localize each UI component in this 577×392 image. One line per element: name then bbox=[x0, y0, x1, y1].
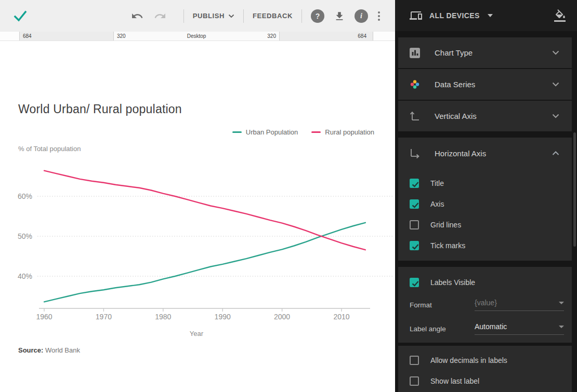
toolbar-divider bbox=[301, 9, 302, 23]
toolbar-divider bbox=[183, 9, 184, 23]
axis-checkbox[interactable] bbox=[410, 199, 419, 209]
checkbox-label: Allow decimals in labels bbox=[430, 356, 507, 364]
panel-scrollbar[interactable] bbox=[573, 132, 576, 247]
checkbox-label: Grid lines bbox=[430, 221, 461, 229]
section-data-series[interactable]: Data Series bbox=[398, 69, 572, 100]
legend-dash-urban bbox=[232, 131, 242, 133]
label-angle-value: Automatic bbox=[475, 322, 507, 331]
chart-legend: Urban Population Rural population bbox=[232, 128, 374, 136]
svg-text:1990: 1990 bbox=[215, 313, 231, 321]
label-angle-label: Label angle bbox=[410, 325, 446, 333]
device-selector-label: ALL DEVICES bbox=[429, 11, 480, 20]
section-label: Chart Type bbox=[435, 48, 473, 57]
section-label: Vertical Axis bbox=[435, 112, 477, 120]
chevron-down-icon bbox=[228, 14, 234, 18]
width-ruler: 684 320 Desktop 320 684 bbox=[0, 32, 395, 41]
checkbox-row-axis[interactable]: Axis bbox=[398, 194, 572, 214]
label-angle-field-row: Label angle Automatic bbox=[398, 317, 572, 341]
chevron-up-icon bbox=[552, 151, 559, 156]
labels-extra-card: Allow decimals in labels Show last label bbox=[398, 346, 572, 392]
checkbox-label: Title bbox=[430, 179, 444, 187]
svg-text:1980: 1980 bbox=[155, 313, 171, 321]
section-label: Data Series bbox=[435, 80, 475, 89]
fill-color-bar bbox=[554, 20, 566, 22]
checkbox-row-labels-visible[interactable]: Labels Visible bbox=[398, 272, 572, 293]
source-line[interactable]: Source: World Bank bbox=[18, 346, 80, 354]
caret-down-icon[interactable] bbox=[488, 14, 493, 17]
ruler-value: 320 bbox=[267, 33, 276, 39]
y-axis-title[interactable]: % of Total population bbox=[18, 145, 81, 153]
legend-dash-rural bbox=[311, 131, 321, 133]
checkbox-label: Show last label bbox=[430, 377, 479, 385]
chart-editor-app: PUBLISH FEEDBACK ? i 684 bbox=[0, 0, 577, 392]
caret-down-icon bbox=[559, 326, 564, 328]
section-vertical-axis[interactable]: Vertical Axis bbox=[398, 101, 572, 131]
toolbar-divider bbox=[243, 9, 244, 23]
download-icon[interactable] bbox=[334, 10, 345, 22]
help-icon[interactable]: ? bbox=[311, 9, 324, 23]
ruler-segment bbox=[0, 32, 19, 40]
tick-marks-checkbox[interactable] bbox=[410, 241, 419, 250]
labels-settings-card: Labels Visible Format {value} Label angl… bbox=[398, 267, 572, 343]
settings-panel: ALL DEVICES Chart Type Data Series bbox=[395, 0, 577, 392]
svg-text:50%: 50% bbox=[18, 232, 32, 240]
format-field-row: Format {value} bbox=[398, 293, 572, 317]
format-dropdown[interactable]: {value} bbox=[475, 299, 564, 311]
legend-label: Rural population bbox=[325, 128, 374, 136]
caret-down-icon bbox=[559, 302, 564, 304]
allow-decimals-checkbox[interactable] bbox=[410, 356, 419, 365]
section-horizontal-axis: Horizontal Axis Title Axis Grid lines bbox=[398, 138, 572, 261]
labels-visible-checkbox[interactable] bbox=[410, 278, 419, 287]
legend-item-urban[interactable]: Urban Population bbox=[232, 128, 298, 136]
section-label: Horizontal Axis bbox=[435, 149, 486, 158]
checkbox-label: Axis bbox=[430, 200, 444, 208]
ruler-value: 684 bbox=[23, 33, 32, 39]
section-horizontal-axis-header[interactable]: Horizontal Axis bbox=[398, 138, 572, 169]
more-options-icon[interactable] bbox=[377, 11, 381, 21]
top-toolbar: PUBLISH FEEDBACK ? i bbox=[0, 0, 395, 32]
section-chart-type[interactable]: Chart Type bbox=[398, 37, 572, 68]
feedback-label: FEEDBACK bbox=[253, 12, 293, 20]
publish-button[interactable]: PUBLISH bbox=[193, 12, 234, 20]
format-value: {value} bbox=[475, 299, 497, 307]
svg-text:2000: 2000 bbox=[274, 313, 290, 321]
format-label: Format bbox=[410, 301, 432, 309]
checkbox-label: Tick marks bbox=[430, 241, 465, 250]
chart-type-icon bbox=[409, 47, 421, 59]
info-icon[interactable]: i bbox=[355, 9, 368, 23]
ruler-segment-outer-left: 684 bbox=[19, 32, 114, 40]
title-checkbox[interactable] bbox=[410, 179, 419, 188]
chart-preview-canvas: World Urban/ Rural population Urban Popu… bbox=[0, 41, 395, 392]
data-series-icon bbox=[409, 78, 421, 91]
ruler-segment bbox=[373, 32, 395, 40]
grid-lines-checkbox[interactable] bbox=[410, 220, 419, 229]
paint-bucket-icon bbox=[554, 9, 566, 19]
panel-header: ALL DEVICES bbox=[395, 0, 577, 31]
svg-text:Year: Year bbox=[190, 330, 204, 337]
ruler-segment-center: 320 Desktop 320 bbox=[114, 32, 279, 40]
svg-text:60%: 60% bbox=[18, 192, 32, 200]
editor-left-pane: PUBLISH FEEDBACK ? i 684 bbox=[0, 0, 395, 392]
line-chart[interactable]: 40%50%60%196019701980199020002010Year bbox=[0, 155, 395, 342]
source-value: World Bank bbox=[45, 346, 80, 354]
checkbox-row-title[interactable]: Title bbox=[398, 173, 572, 194]
ruler-segment-outer-right: 684 bbox=[279, 32, 373, 40]
svg-text:1960: 1960 bbox=[36, 313, 52, 321]
feedback-button[interactable]: FEEDBACK bbox=[253, 12, 293, 20]
redo-icon[interactable] bbox=[154, 10, 166, 22]
checkbox-row-allow-decimals[interactable]: Allow decimals in labels bbox=[398, 350, 572, 371]
checkbox-row-tick-marks[interactable]: Tick marks bbox=[398, 235, 572, 256]
format-color-fill-button[interactable] bbox=[554, 9, 566, 22]
horizontal-axis-icon bbox=[409, 147, 421, 159]
legend-item-rural[interactable]: Rural population bbox=[311, 128, 374, 136]
chart-title[interactable]: World Urban/ Rural population bbox=[18, 102, 182, 116]
show-last-label-checkbox[interactable] bbox=[410, 376, 419, 386]
panel-body: Chart Type Data Series Vertical Axis bbox=[395, 31, 577, 392]
undo-icon[interactable] bbox=[131, 10, 143, 22]
svg-text:1970: 1970 bbox=[96, 313, 112, 321]
checkbox-row-show-last-label[interactable]: Show last label bbox=[398, 371, 572, 391]
source-label: Source: bbox=[18, 346, 43, 354]
checkbox-row-grid-lines[interactable]: Grid lines bbox=[398, 214, 572, 235]
checkbox-label: Labels Visible bbox=[430, 278, 475, 287]
label-angle-dropdown[interactable]: Automatic bbox=[475, 322, 564, 335]
